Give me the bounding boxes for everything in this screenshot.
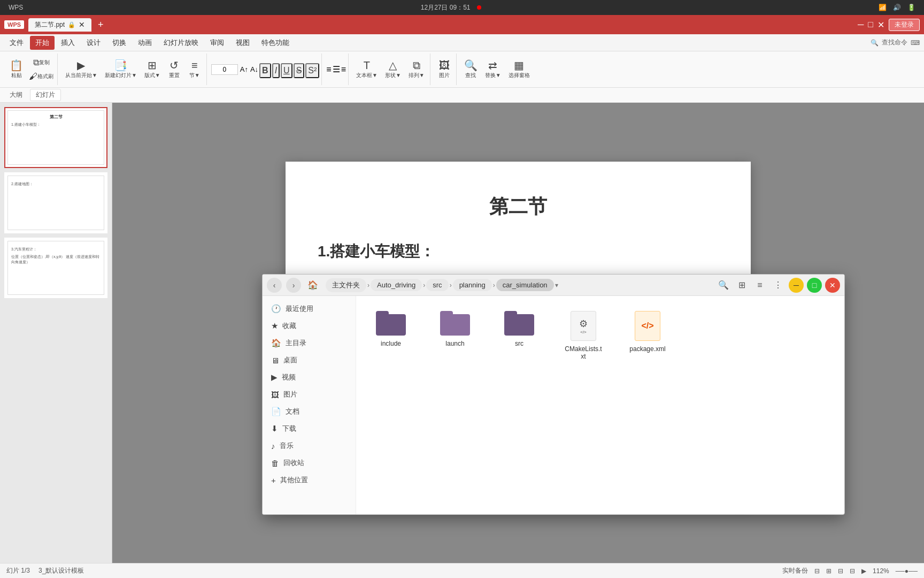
add-tab-btn[interactable]: +: [96, 19, 106, 31]
desktop-icon: 🖥: [271, 356, 279, 365]
play-from-current-btn[interactable]: ▶ 从当前开始▼: [62, 58, 101, 81]
menu-slideshow[interactable]: 幻灯片放映: [158, 36, 204, 50]
bold-btn[interactable]: B: [259, 63, 271, 78]
view-reading-icon[interactable]: ⊟: [850, 567, 855, 575]
italic-btn[interactable]: I: [272, 63, 280, 78]
fm-sidebar-downloads[interactable]: ⬇ 下载: [263, 420, 356, 437]
package-file-icon: </>: [633, 311, 663, 341]
fm-crumb-car-sim[interactable]: car_simulation: [496, 279, 554, 291]
fm-crumb-auto[interactable]: Auto_driving: [371, 279, 422, 291]
shape-btn[interactable]: △ 形状▼: [382, 58, 404, 81]
select-pane-btn[interactable]: ▦ 选择窗格: [505, 58, 533, 81]
outline-tab[interactable]: 大纲: [4, 89, 28, 101]
realtime-save[interactable]: 实时备份: [782, 566, 808, 575]
status-bar: 幻片 1/3 3_默认设计模板 实时备份 ⊟ ⊞ ⊟ ⊟ ▶ 112% ──●─…: [0, 563, 924, 578]
shadow-btn[interactable]: S²: [305, 63, 319, 78]
fm-sidebar-recent[interactable]: 🕐 最近使用: [263, 300, 356, 317]
fm-view-toggle-btn[interactable]: ⊞: [734, 278, 749, 293]
fm-file-cmake[interactable]: ⚙ </> CMakeLists.txt: [559, 307, 607, 364]
documents-icon: 📄: [271, 407, 281, 416]
strikethrough-btn[interactable]: S: [294, 63, 305, 78]
fm-crumb-planning[interactable]: planning: [453, 279, 492, 291]
font-size-up-icon[interactable]: A↑: [240, 65, 248, 73]
section-btn[interactable]: ≡ 节▼: [185, 58, 204, 81]
copy-btn[interactable]: ⧉ 复制: [27, 56, 55, 69]
menu-file[interactable]: 文件: [4, 36, 29, 50]
fm-file-include[interactable]: include: [367, 307, 415, 364]
tab-close-btn[interactable]: ✕: [79, 20, 85, 29]
presentation-area[interactable]: 第二节 1.搭建小车模型： 然后再实现一个里程计 单击此处添加备注 ‹ › 🏠 …: [112, 103, 924, 563]
expand-icon: ⌨: [911, 39, 920, 47]
tab-protect-icon: 🔒: [68, 21, 75, 28]
fm-sidebar-trash[interactable]: 🗑 回收站: [263, 454, 356, 471]
fm-crumb-home[interactable]: 主文件夹: [326, 278, 366, 292]
zoom-slider[interactable]: ──●──: [896, 567, 918, 575]
template-name: 3_默认设计模板: [38, 566, 84, 575]
layout-btn[interactable]: ⊞ 版式▼: [141, 58, 164, 81]
fm-close-btn[interactable]: ✕: [825, 278, 840, 293]
fm-search-btn[interactable]: 🔍: [716, 278, 731, 293]
fm-sidebar-pictures[interactable]: 🖼 图片: [263, 386, 356, 403]
paste-btn[interactable]: 📋 粘贴: [6, 58, 26, 81]
new-slide-btn[interactable]: 📑 新建幻灯片▼: [102, 58, 140, 81]
view-outline-icon[interactable]: ⊞: [826, 567, 831, 575]
menu-insert[interactable]: 插入: [56, 36, 80, 50]
active-tab[interactable]: 第二节.ppt 🔒 ✕: [28, 18, 91, 32]
close-btn[interactable]: ✕: [877, 20, 884, 30]
fm-file-src[interactable]: src: [495, 307, 543, 364]
shape-label: 形状▼: [385, 72, 401, 79]
new-slide-label: 新建幻灯片▼: [105, 72, 137, 79]
slide-thumb-3[interactable]: 3.汽车里程计： 位置（位置和姿态）,即（x,y,θ） 速度（前进速度和转向角速…: [4, 238, 107, 299]
font-size-input[interactable]: 0: [211, 64, 238, 75]
fm-sort-btn[interactable]: ≡: [752, 278, 767, 293]
fm-crumb-expand[interactable]: ▾: [555, 282, 558, 289]
view-normal-icon[interactable]: ⊟: [814, 567, 820, 575]
align-center-icon[interactable]: ☰: [333, 64, 340, 74]
menu-transition[interactable]: 切换: [107, 36, 132, 50]
slides-tab[interactable]: 幻灯片: [30, 89, 61, 101]
slide-thumb-1[interactable]: 第二节 1.搭建小车模型：: [4, 107, 107, 168]
menu-design[interactable]: 设计: [81, 36, 106, 50]
align-right-icon[interactable]: ≡: [341, 65, 346, 74]
font-size-down-icon[interactable]: A↓: [250, 65, 258, 73]
fm-sidebar-other[interactable]: + 其他位置: [263, 471, 356, 489]
menu-view[interactable]: 视图: [230, 36, 255, 50]
fm-sidebar-favorites[interactable]: ★ 收藏: [263, 317, 356, 334]
underline-btn[interactable]: U: [281, 63, 292, 78]
fm-crumb-src[interactable]: src: [426, 279, 448, 291]
menu-search-area[interactable]: 🔍 查找命令 ⌨: [871, 38, 920, 47]
menu-special[interactable]: 特色功能: [256, 36, 295, 50]
menu-review[interactable]: 审阅: [205, 36, 229, 50]
menu-start[interactable]: 开始: [30, 36, 55, 50]
fm-more-btn[interactable]: ⋮: [771, 278, 786, 293]
presenter-icon[interactable]: ▶: [861, 567, 866, 575]
replace-btn[interactable]: ⇄ 替换▼: [482, 58, 504, 81]
fm-back-btn[interactable]: ‹: [267, 278, 282, 293]
format-painter-btn[interactable]: 🖌 格式刷: [27, 70, 55, 83]
fm-sidebar-desktop[interactable]: 🖥 桌面: [263, 352, 356, 369]
signin-btn[interactable]: 未登录: [889, 19, 920, 31]
fm-sidebar-home[interactable]: 🏠 主目录: [263, 334, 356, 352]
include-folder-icon: [376, 311, 406, 336]
fm-sidebar-video[interactable]: ▶ 视频: [263, 369, 356, 386]
minimize-btn[interactable]: ─: [858, 20, 864, 29]
textbox-btn[interactable]: T 文本框▼: [353, 58, 381, 81]
fm-file-package[interactable]: </> package.xml: [623, 307, 672, 364]
menu-animation[interactable]: 动画: [133, 36, 157, 50]
textbox-group: T 文本框▼ △ 形状▼ ⧉ 排列▼: [351, 54, 430, 85]
reset-btn[interactable]: ↺ 重置: [165, 58, 184, 81]
fm-file-launch[interactable]: launch: [431, 307, 479, 364]
fm-sidebar-music[interactable]: ♪ 音乐: [263, 437, 356, 454]
fm-maximize-btn[interactable]: □: [807, 278, 822, 293]
image-btn[interactable]: 🖼 图片: [435, 58, 454, 81]
align-left-icon[interactable]: ≡: [326, 65, 331, 74]
arrange-btn[interactable]: ⧉ 排列▼: [405, 58, 428, 81]
view-grid-icon[interactable]: ⊟: [838, 567, 843, 575]
find-btn[interactable]: 🔍 查找: [461, 58, 481, 81]
fm-sidebar-documents[interactable]: 📄 文档: [263, 403, 356, 420]
cmake-label: CMakeLists.txt: [564, 345, 603, 360]
maximize-btn[interactable]: □: [868, 20, 873, 29]
fm-forward-btn[interactable]: ›: [286, 278, 301, 293]
slide-thumb-2[interactable]: 2.搭建地图：: [4, 172, 107, 233]
fm-minimize-btn[interactable]: ─: [789, 278, 804, 293]
